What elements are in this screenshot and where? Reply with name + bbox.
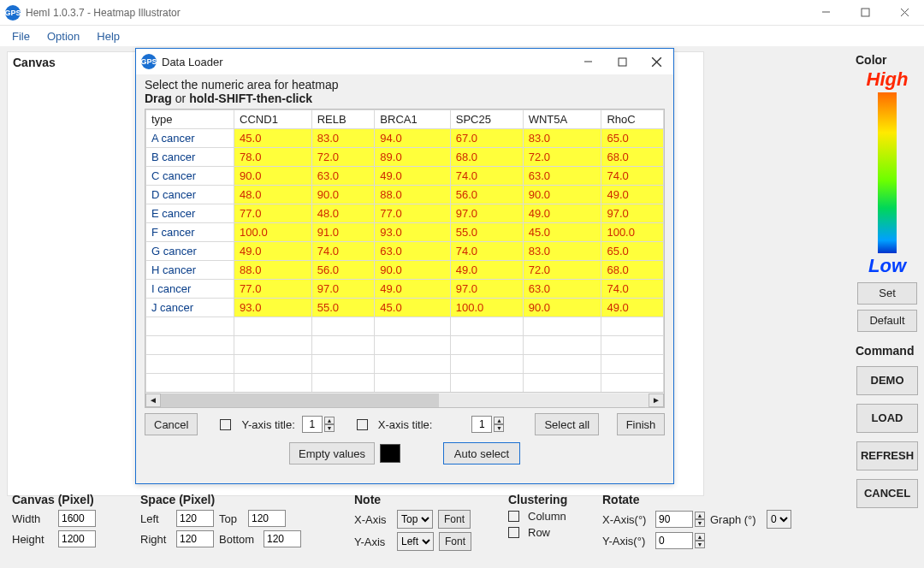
spinner-up-icon[interactable]: ▲: [324, 417, 335, 424]
data-cell[interactable]: 63.0: [523, 280, 601, 299]
table-row[interactable]: J cancer93.055.045.0100.090.049.0: [146, 299, 664, 317]
spinner-down-icon[interactable]: ▼: [324, 424, 335, 432]
rotate-xaxis-input[interactable]: [655, 511, 693, 528]
data-cell[interactable]: 72.0: [523, 261, 601, 280]
data-cell[interactable]: 91.0: [311, 223, 375, 242]
cmd-cancel-button[interactable]: CANCEL: [856, 479, 918, 508]
space-bottom-input[interactable]: [264, 530, 301, 547]
data-cell[interactable]: 68.0: [601, 261, 664, 280]
data-cell[interactable]: 63.0: [375, 242, 450, 261]
menu-help[interactable]: Help: [88, 28, 128, 44]
data-cell[interactable]: 88.0: [375, 186, 450, 204]
data-cell[interactable]: 90.0: [375, 261, 450, 280]
data-cell[interactable]: 74.0: [601, 280, 664, 299]
scroll-thumb[interactable]: [161, 393, 439, 407]
note-yaxis-select[interactable]: Left: [397, 532, 434, 551]
col-header-type[interactable]: type: [146, 110, 234, 129]
data-cell[interactable]: 48.0: [234, 186, 312, 204]
data-cell[interactable]: 83.0: [523, 129, 601, 148]
data-cell[interactable]: 97.0: [311, 280, 375, 299]
window-maximize-button[interactable]: [845, 0, 885, 26]
data-cell[interactable]: 78.0: [234, 148, 312, 167]
data-cell[interactable]: 97.0: [601, 204, 664, 223]
data-cell[interactable]: 45.0: [375, 299, 450, 317]
cmd-load-button[interactable]: LOAD: [856, 404, 918, 433]
table-row[interactable]: H cancer88.056.090.049.072.068.0: [146, 261, 664, 280]
data-cell[interactable]: 68.0: [601, 148, 664, 167]
col-header[interactable]: CCND1: [234, 110, 312, 129]
data-cell[interactable]: 49.0: [601, 186, 664, 204]
canvas-height-input[interactable]: [58, 530, 96, 547]
dialog-maximize-button[interactable]: [605, 49, 639, 74]
data-cell[interactable]: 90.0: [523, 186, 601, 204]
row-header[interactable]: J cancer: [146, 299, 234, 317]
data-cell[interactable]: 83.0: [523, 242, 601, 261]
cluster-row-checkbox[interactable]: [508, 527, 519, 538]
table-row[interactable]: B cancer78.072.089.068.072.068.0: [146, 148, 664, 167]
data-cell[interactable]: 48.0: [311, 204, 375, 223]
select-all-button[interactable]: Select all: [535, 413, 599, 435]
menu-file[interactable]: File: [3, 28, 38, 44]
data-cell[interactable]: 100.0: [450, 299, 523, 317]
row-header[interactable]: C cancer: [146, 167, 234, 186]
table-row[interactable]: F cancer100.091.093.055.045.0100.0: [146, 223, 664, 242]
data-cell[interactable]: 49.0: [523, 204, 601, 223]
row-header[interactable]: A cancer: [146, 129, 234, 148]
data-cell[interactable]: 90.0: [523, 299, 601, 317]
data-cell[interactable]: 63.0: [311, 167, 375, 186]
space-right-input[interactable]: [176, 530, 214, 547]
space-left-input[interactable]: [176, 510, 214, 527]
cmd-demo-button[interactable]: DEMO: [856, 366, 918, 395]
row-header[interactable]: H cancer: [146, 261, 234, 280]
data-cell[interactable]: 83.0: [311, 129, 375, 148]
color-set-button[interactable]: Set: [857, 282, 917, 305]
spinner-up-icon[interactable]: ▲: [695, 533, 705, 541]
data-cell[interactable]: 49.0: [450, 261, 523, 280]
dialog-cancel-button[interactable]: Cancel: [145, 413, 198, 435]
row-header[interactable]: D cancer: [146, 186, 234, 204]
data-cell[interactable]: 72.0: [311, 148, 375, 167]
data-cell[interactable]: 45.0: [234, 129, 312, 148]
data-cell[interactable]: 68.0: [450, 148, 523, 167]
note-xaxis-font-button[interactable]: Font: [438, 510, 471, 529]
data-table[interactable]: typeCCND1RELBBRCA1SPC25WNT5ARhoCA cancer…: [145, 109, 664, 393]
auto-select-button[interactable]: Auto select: [443, 442, 520, 464]
table-row[interactable]: D cancer48.090.088.056.090.049.0: [146, 186, 664, 204]
table-row[interactable]: E cancer77.048.077.097.049.097.0: [146, 204, 664, 223]
canvas-width-input[interactable]: [58, 510, 96, 527]
xaxis-title-checkbox[interactable]: [357, 419, 368, 430]
data-cell[interactable]: 90.0: [311, 186, 375, 204]
data-cell[interactable]: 56.0: [311, 261, 375, 280]
data-cell[interactable]: 49.0: [234, 242, 312, 261]
yaxis-title-checkbox[interactable]: [220, 419, 231, 430]
data-cell[interactable]: 88.0: [234, 261, 312, 280]
rotate-yaxis-input[interactable]: [655, 532, 693, 549]
window-minimize-button[interactable]: [806, 0, 845, 26]
color-default-button[interactable]: Default: [857, 310, 917, 332]
table-row[interactable]: I cancer77.097.049.097.063.074.0: [146, 280, 664, 299]
data-cell[interactable]: 90.0: [234, 167, 312, 186]
data-cell[interactable]: 55.0: [450, 223, 523, 242]
xaxis-title-spinner[interactable]: [471, 416, 492, 433]
menu-option[interactable]: Option: [38, 28, 88, 44]
dialog-minimize-button[interactable]: [571, 49, 605, 74]
data-cell[interactable]: 49.0: [601, 299, 664, 317]
dialog-close-button[interactable]: [639, 49, 673, 74]
row-header[interactable]: E cancer: [146, 204, 234, 223]
horizontal-scrollbar[interactable]: ◄ ►: [145, 392, 664, 407]
cmd-refresh-button[interactable]: REFRESH: [856, 441, 918, 470]
data-cell[interactable]: 63.0: [523, 167, 601, 186]
data-cell[interactable]: 56.0: [450, 186, 523, 204]
data-cell[interactable]: 65.0: [601, 129, 664, 148]
data-cell[interactable]: 72.0: [523, 148, 601, 167]
note-yaxis-font-button[interactable]: Font: [439, 532, 471, 551]
data-cell[interactable]: 100.0: [601, 223, 664, 242]
col-header[interactable]: RhoC: [601, 110, 664, 129]
data-cell[interactable]: 55.0: [311, 299, 375, 317]
scroll-right-icon[interactable]: ►: [649, 393, 664, 407]
data-cell[interactable]: 97.0: [450, 280, 523, 299]
rotate-graph-select[interactable]: 0: [767, 510, 791, 529]
col-header[interactable]: RELB: [311, 110, 375, 129]
spinner-up-icon[interactable]: ▲: [695, 512, 705, 519]
data-cell[interactable]: 77.0: [234, 204, 312, 223]
